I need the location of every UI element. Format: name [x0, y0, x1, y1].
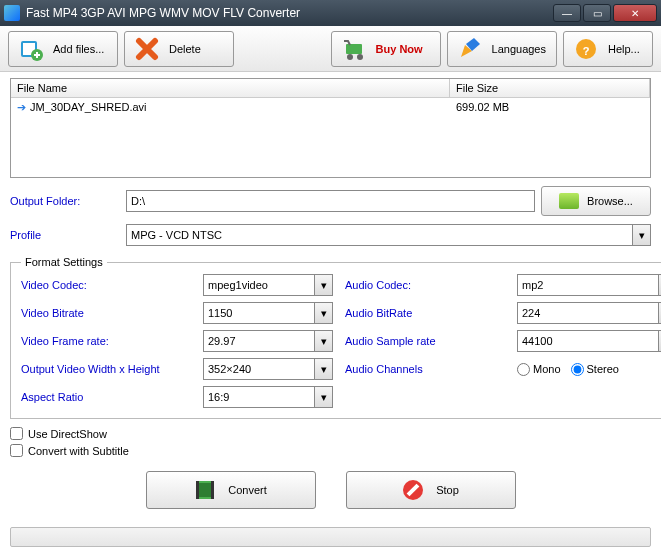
delete-label: Delete [169, 43, 201, 55]
delete-icon [135, 37, 159, 61]
close-button[interactable]: ✕ [613, 4, 657, 22]
file-size-cell: 699.02 MB [450, 98, 650, 117]
aspect-ratio-label: Aspect Ratio [21, 391, 191, 403]
video-wh-select[interactable]: 352×240▾ [203, 358, 333, 380]
svg-rect-10 [196, 481, 199, 499]
stereo-radio[interactable]: Stereo [571, 363, 619, 376]
format-settings-legend: Format Settings [21, 256, 107, 268]
browse-label: Browse... [587, 195, 633, 207]
status-bar [10, 527, 651, 547]
stop-label: Stop [436, 484, 459, 496]
delete-button[interactable]: Delete [124, 31, 234, 67]
output-folder-input[interactable] [126, 190, 535, 212]
convert-button[interactable]: Convert [146, 471, 316, 509]
pen-icon [458, 37, 482, 61]
add-files-button[interactable]: Add files... [8, 31, 118, 67]
audio-codec-label: Audio Codec: [345, 279, 505, 291]
output-folder-label: Output Folder: [10, 195, 120, 207]
help-label: Help... [608, 43, 640, 55]
mono-radio[interactable]: Mono [517, 363, 561, 376]
audio-sample-label: Audio Sample rate [345, 335, 505, 347]
video-fps-label: Video Frame rate: [21, 335, 191, 347]
stop-icon [402, 479, 424, 501]
chevron-down-icon[interactable]: ▾ [314, 359, 332, 379]
convert-subtitle-checkbox[interactable]: Convert with Subtitle [10, 444, 651, 457]
main-toolbar: Add files... Delete Buy Now Languages ? … [0, 26, 661, 72]
help-button[interactable]: ? Help... [563, 31, 653, 67]
profile-select[interactable]: MPG - VCD NTSC ▾ [126, 224, 651, 246]
video-bitrate-select[interactable]: 1150▾ [203, 302, 333, 324]
profile-value: MPG - VCD NTSC [127, 229, 632, 241]
minimize-button[interactable]: — [553, 4, 581, 22]
video-codec-label: Video Codec: [21, 279, 191, 291]
svg-rect-11 [211, 481, 214, 499]
chevron-down-icon[interactable]: ▾ [314, 387, 332, 407]
maximize-button[interactable]: ▭ [583, 4, 611, 22]
file-list-header: File Name File Size [11, 79, 650, 98]
film-icon [194, 479, 216, 501]
video-codec-select[interactable]: mpeg1video▾ [203, 274, 333, 296]
arrow-icon: ➔ [17, 101, 26, 113]
use-directshow-checkbox[interactable]: Use DirectShow [10, 427, 651, 440]
chevron-down-icon[interactable]: ▾ [632, 225, 650, 245]
window-title: Fast MP4 3GP AVI MPG WMV MOV FLV Convert… [26, 6, 553, 20]
languages-label: Languages [492, 43, 546, 55]
stop-button[interactable]: Stop [346, 471, 516, 509]
video-bitrate-label: Video Bitrate [21, 307, 191, 319]
video-wh-label: Output Video Width x Height [21, 363, 191, 375]
film-add-icon [19, 37, 43, 61]
folder-icon [559, 193, 579, 209]
cart-icon [342, 37, 366, 61]
svg-point-4 [347, 54, 353, 60]
chevron-down-icon[interactable]: ▾ [314, 303, 332, 323]
buy-now-button[interactable]: Buy Now [331, 31, 441, 67]
format-settings-group: Format Settings Video Codec: mpeg1video▾… [10, 256, 661, 419]
convert-label: Convert [228, 484, 267, 496]
video-fps-select[interactable]: 29.97▾ [203, 330, 333, 352]
audio-codec-select[interactable]: mp2▾ [517, 274, 661, 296]
aspect-ratio-select[interactable]: 16:9▾ [203, 386, 333, 408]
profile-label: Profile [10, 229, 120, 241]
file-name-cell: JM_30DAY_SHRED.avi [30, 101, 147, 113]
audio-bitrate-label: Audio BitRate [345, 307, 505, 319]
languages-button[interactable]: Languages [447, 31, 557, 67]
audio-sample-select[interactable]: 44100▾ [517, 330, 661, 352]
title-bar: Fast MP4 3GP AVI MPG WMV MOV FLV Convert… [0, 0, 661, 26]
svg-text:?: ? [583, 45, 590, 57]
chevron-down-icon[interactable]: ▾ [314, 331, 332, 351]
audio-bitrate-select[interactable]: 224▾ [517, 302, 661, 324]
col-file-name[interactable]: File Name [11, 79, 450, 97]
chevron-down-icon[interactable]: ▾ [314, 275, 332, 295]
audio-channels-label: Audio Channels [345, 363, 505, 375]
add-files-label: Add files... [53, 43, 104, 55]
svg-rect-3 [346, 44, 362, 54]
help-icon: ? [574, 37, 598, 61]
buy-now-label: Buy Now [376, 43, 423, 55]
svg-point-5 [357, 54, 363, 60]
browse-button[interactable]: Browse... [541, 186, 651, 216]
file-row[interactable]: ➔JM_30DAY_SHRED.avi 699.02 MB [11, 98, 650, 117]
app-icon [4, 5, 20, 21]
file-list[interactable]: File Name File Size ➔JM_30DAY_SHRED.avi … [10, 78, 651, 178]
svg-rect-9 [198, 483, 212, 497]
col-file-size[interactable]: File Size [450, 79, 650, 97]
